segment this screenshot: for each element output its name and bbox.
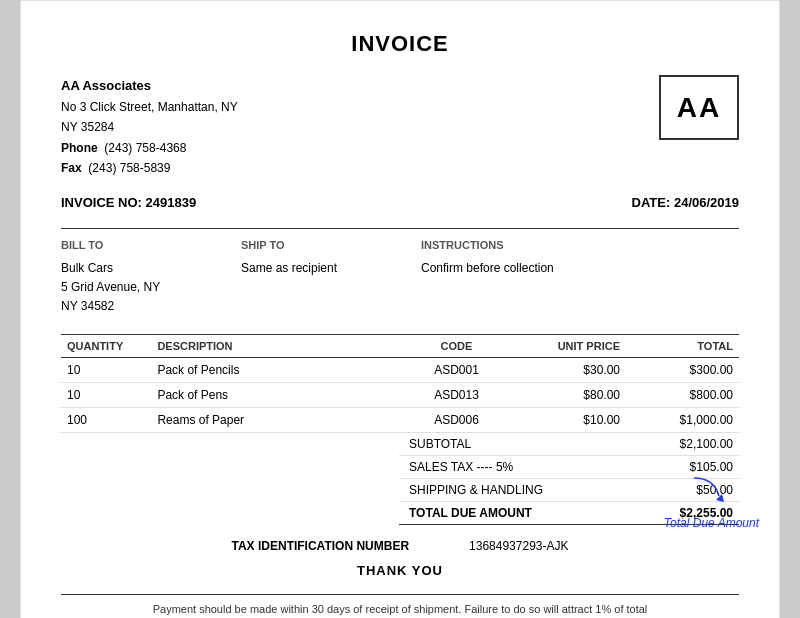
summary-wrap: SUBTOTAL $2,100.00 SALES TAX ---- 5% $10… bbox=[61, 433, 739, 525]
row-code: ASD006 bbox=[400, 408, 513, 433]
row-unit-price: $80.00 bbox=[513, 383, 626, 408]
table-row: 100 Reams of Paper ASD006 $10.00 $1,000.… bbox=[61, 408, 739, 433]
bill-to-header: BILL TO bbox=[61, 239, 241, 251]
row-quantity: 10 bbox=[61, 383, 151, 408]
company-info: AA Associates No 3 Click Street, Manhatt… bbox=[61, 75, 238, 179]
subtotal-value: $2,100.00 bbox=[636, 433, 739, 456]
company-address1: No 3 Click Street, Manhattan, NY bbox=[61, 97, 238, 117]
tax-id-value: 13684937293-AJK bbox=[469, 539, 568, 553]
col-description: DESCRIPTION bbox=[151, 335, 400, 358]
company-address2: NY 35284 bbox=[61, 117, 238, 137]
footer-text: Payment should be made within 30 days of… bbox=[61, 603, 739, 615]
thank-you: THANK YOU bbox=[61, 563, 739, 578]
invoice-meta: INVOICE NO: 2491839 DATE: 24/06/2019 bbox=[61, 195, 739, 210]
phone-label: Phone bbox=[61, 141, 98, 155]
invoice-page: INVOICE AA Associates No 3 Click Street,… bbox=[20, 0, 780, 618]
row-quantity: 100 bbox=[61, 408, 151, 433]
divider-1 bbox=[61, 228, 739, 229]
fax-value: (243) 758-5839 bbox=[88, 161, 170, 175]
row-unit-price: $10.00 bbox=[513, 408, 626, 433]
ship-to-value: Same as recipient bbox=[241, 259, 421, 317]
row-unit-price: $30.00 bbox=[513, 358, 626, 383]
items-table: QUANTITY DESCRIPTION CODE UNIT PRICE TOT… bbox=[61, 334, 739, 433]
col-unit-price: UNIT PRICE bbox=[513, 335, 626, 358]
footer-divider bbox=[61, 594, 739, 595]
row-description: Pack of Pens bbox=[151, 383, 400, 408]
company-name: AA Associates bbox=[61, 75, 238, 97]
fax-label: Fax bbox=[61, 161, 82, 175]
instructions-header: INSTRUCTIONS bbox=[421, 239, 739, 251]
row-description: Pack of Pencils bbox=[151, 358, 400, 383]
shipping-label: SHIPPING & HANDLING bbox=[399, 479, 636, 502]
tax-id-row: TAX IDENTIFICATION NUMBER 13684937293-AJ… bbox=[61, 539, 739, 553]
table-row: 10 Pack of Pens ASD013 $80.00 $800.00 bbox=[61, 383, 739, 408]
company-fax: Fax (243) 758-5839 bbox=[61, 158, 238, 178]
row-total: $300.00 bbox=[626, 358, 739, 383]
row-total: $800.00 bbox=[626, 383, 739, 408]
subtotal-label: SUBTOTAL bbox=[399, 433, 636, 456]
col-quantity: QUANTITY bbox=[61, 335, 151, 358]
table-header-row: QUANTITY DESCRIPTION CODE UNIT PRICE TOT… bbox=[61, 335, 739, 358]
company-phone: Phone (243) 758-4368 bbox=[61, 138, 238, 158]
total-due-annotation: Total Due Amount bbox=[664, 516, 759, 530]
billing-headers: BILL TO SHIP TO INSTRUCTIONS bbox=[61, 239, 739, 255]
tax-id-label: TAX IDENTIFICATION NUMBER bbox=[232, 539, 410, 553]
row-total: $1,000.00 bbox=[626, 408, 739, 433]
invoice-number: INVOICE NO: 2491839 bbox=[61, 195, 196, 210]
row-code: ASD013 bbox=[400, 383, 513, 408]
invoice-date: DATE: 24/06/2019 bbox=[632, 195, 739, 210]
row-code: ASD001 bbox=[400, 358, 513, 383]
row-quantity: 10 bbox=[61, 358, 151, 383]
phone-value: (243) 758-4368 bbox=[104, 141, 186, 155]
ship-to-header: SHIP TO bbox=[241, 239, 421, 251]
total-due-label: TOTAL DUE AMOUNT bbox=[399, 502, 636, 525]
bill-to-value: Bulk Cars5 Grid Avenue, NYNY 34582 bbox=[61, 259, 241, 317]
svg-marker-0 bbox=[716, 494, 724, 502]
items-table-wrap: QUANTITY DESCRIPTION CODE UNIT PRICE TOT… bbox=[61, 334, 739, 433]
col-code: CODE bbox=[400, 335, 513, 358]
row-description: Reams of Paper bbox=[151, 408, 400, 433]
annotation-arrow bbox=[664, 476, 724, 510]
subtotal-row: SUBTOTAL $2,100.00 bbox=[399, 433, 739, 456]
billing-section: BILL TO SHIP TO INSTRUCTIONS Bulk Cars5 … bbox=[61, 239, 739, 317]
billing-values: Bulk Cars5 Grid Avenue, NYNY 34582 Same … bbox=[61, 259, 739, 317]
invoice-title: INVOICE bbox=[61, 31, 739, 57]
company-logo: AA bbox=[659, 75, 739, 140]
col-total: TOTAL bbox=[626, 335, 739, 358]
header-row: AA Associates No 3 Click Street, Manhatt… bbox=[61, 75, 739, 179]
instructions-value: Confirm before collection bbox=[421, 259, 739, 317]
table-row: 10 Pack of Pencils ASD001 $30.00 $300.00 bbox=[61, 358, 739, 383]
tax-label: SALES TAX ---- 5% bbox=[399, 456, 636, 479]
